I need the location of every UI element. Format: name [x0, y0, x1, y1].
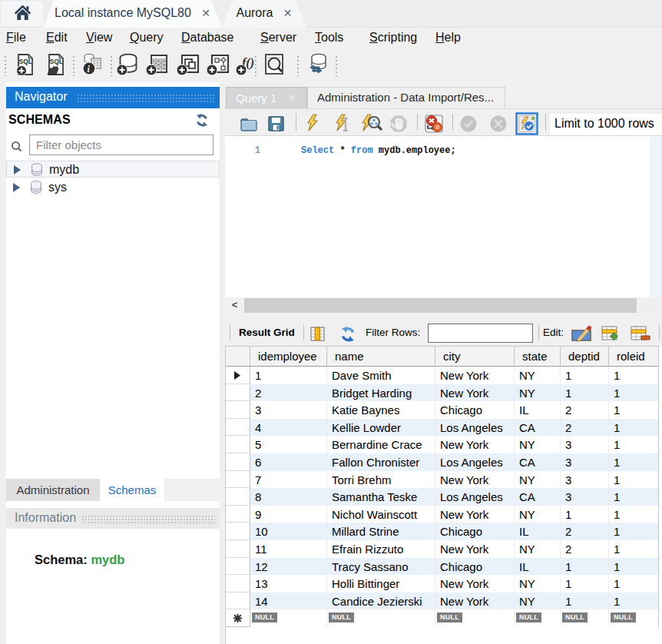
svg-text:SQL: SQL	[50, 58, 63, 65]
svg-text:SQL: SQL	[19, 58, 32, 65]
